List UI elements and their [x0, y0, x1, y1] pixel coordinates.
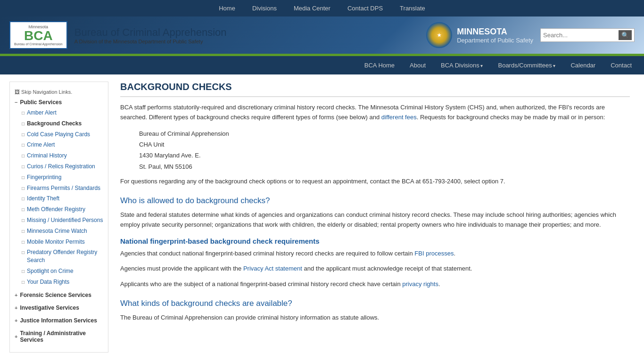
sidebar-section-justice-info: + Justice Information Services	[10, 315, 108, 326]
toggle-forensic[interactable]: +	[15, 292, 17, 298]
search-input[interactable]	[543, 32, 619, 39]
bca-letters: BCA	[24, 29, 53, 42]
section2-para2-before: Agencies must provide the applicant with…	[120, 265, 243, 272]
sidebar-section-investigative: + Investigative Services	[10, 303, 108, 313]
content-area: 🖼 Skip Navigation Links. − Public Servic…	[0, 74, 644, 360]
sidebar-item-meth-offender[interactable]: □ Meth Offender Registry	[19, 204, 108, 215]
different-fees-link[interactable]: different fees	[381, 114, 417, 121]
privacy-rights-link[interactable]: privacy rights	[402, 280, 438, 288]
bullet-icon: □	[22, 217, 25, 224]
fbi-processes-link[interactable]: FBI processes	[414, 250, 454, 257]
main-nav-bca-home[interactable]: BCA Home	[357, 56, 402, 74]
sidebar-section-title-investigative[interactable]: + Investigative Services	[10, 303, 108, 313]
sidebar-item-crime-alert[interactable]: □ Crime Alert	[19, 140, 108, 150]
bullet-icon: □	[22, 279, 25, 286]
section-label-justice: Justice Information Services	[20, 317, 97, 324]
address-line1: Bureau of Criminal Apprehension	[139, 128, 630, 139]
bullet-icon: □	[22, 174, 25, 181]
top-nav-bar: Home Divisions Media Center Contact DPS …	[0, 0, 644, 16]
site-subtitle: A Division of the Minnesota Department o…	[74, 39, 227, 44]
sidebar-item-criminal-history[interactable]: □ Criminal History	[19, 150, 108, 161]
section2-para2: Agencies must provide the applicant with…	[120, 264, 630, 274]
sidebar-item-firearms-permits[interactable]: □ Firearms Permits / Standards	[19, 183, 108, 194]
sidebar-item-curios-relics[interactable]: □ Curios / Relics Registration	[19, 161, 108, 172]
privacy-act-link[interactable]: Privacy Act statement	[243, 265, 302, 272]
main-nav-contact[interactable]: Contact	[603, 56, 639, 74]
bullet-icon: □	[22, 239, 25, 246]
toggle-justice[interactable]: +	[15, 318, 17, 323]
skip-icon: 🖼	[15, 89, 20, 95]
section3-heading: What kinds of background checks are avai…	[120, 299, 630, 308]
sidebar-skip[interactable]: 🖼 Skip Navigation Links.	[10, 87, 108, 97]
toggle-investigative[interactable]: +	[15, 305, 17, 311]
header-right: ★ MINNESOTA Department of Public Safety …	[426, 22, 635, 48]
toggle-training[interactable]: +	[15, 334, 17, 339]
sidebar-item-predatory-offender[interactable]: □ Predatory Offender Registry Search	[19, 247, 108, 266]
main-nav-about[interactable]: About	[402, 56, 433, 74]
section2-heading: National fingerprint-based background ch…	[120, 237, 630, 245]
section1-heading: Who is allowed to do background checks?	[120, 196, 630, 206]
dps-logo: ★ MINNESOTA Department of Public Safety	[426, 22, 533, 48]
sidebar: 🖼 Skip Navigation Links. − Public Servic…	[9, 82, 108, 353]
top-nav-media-center[interactable]: Media Center	[285, 0, 339, 16]
contact-paragraph: For questions regarding any of the backg…	[120, 177, 630, 187]
section-label-training: Training / Administrative Services	[20, 330, 103, 343]
main-nav-boards-committees[interactable]: Boards/Committees	[490, 56, 563, 74]
top-nav-home[interactable]: Home	[210, 0, 244, 16]
bullet-icon: □	[22, 142, 25, 148]
section2-para3: Applicants who are the subject of a nati…	[120, 280, 630, 289]
search-box[interactable]: 🔍	[540, 28, 635, 42]
sidebar-items-public-services: □ Amber Alert □ Background Checks □ Cold…	[10, 107, 108, 288]
toggle-public-services[interactable]: −	[15, 99, 17, 105]
section3-text: The Bureau of Criminal Apprehension can …	[120, 313, 630, 323]
main-nav-boards-committees-dropdown[interactable]: Boards/Committees	[490, 56, 563, 74]
sidebar-section-training: + Training / Administrative Services	[10, 328, 108, 345]
section2-para3-before: Applicants who are the subject of a nati…	[120, 280, 402, 288]
bullet-icon: □	[22, 185, 25, 192]
main-nav-bca-divisions-dropdown[interactable]: BCA Divisions	[433, 56, 490, 74]
site-title: Bureau of Criminal Apprehension	[74, 26, 227, 39]
bullet-icon: □	[22, 121, 25, 127]
search-button[interactable]: 🔍	[619, 30, 632, 40]
sidebar-section-title-public-services[interactable]: − Public Services	[10, 97, 108, 107]
main-nav-bar: BCA Home About BCA Divisions Boards/Comm…	[0, 56, 644, 74]
sidebar-item-mobile-monitor[interactable]: □ Mobile Monitor Permits	[19, 237, 108, 247]
sidebar-item-spotlight-crime[interactable]: □ Spotlight on Crime	[19, 266, 108, 277]
main-content: BACKGROUND CHECKS BCA staff performs sta…	[116, 82, 635, 353]
main-nav-calendar[interactable]: Calendar	[563, 56, 603, 74]
top-nav-divisions[interactable]: Divisions	[244, 0, 285, 16]
section-label-public-services: Public Services	[20, 99, 62, 106]
bca-logo[interactable]: Minnesota BCA Bureau of Criminal Apprehe…	[9, 21, 67, 49]
section-label-forensic: Forensic Science Services	[20, 292, 91, 298]
intro-text-after-link: . Requests for background checks may be …	[417, 114, 605, 121]
top-nav-translate[interactable]: Translate	[391, 0, 434, 16]
sidebar-item-mn-crime-watch[interactable]: □ Minnesota Crime Watch	[19, 226, 108, 237]
address-line2: CHA Unit	[139, 139, 630, 150]
header-title: Bureau of Criminal Apprehension A Divisi…	[74, 26, 227, 44]
top-nav-contact-dps[interactable]: Contact DPS	[339, 0, 391, 16]
dps-name: MINNESOTA	[457, 27, 533, 37]
sidebar-section-public-services: − Public Services □ Amber Alert □ Backgr…	[10, 97, 108, 288]
sidebar-item-background-checks[interactable]: □ Background Checks	[19, 118, 108, 129]
address-block: Bureau of Criminal Apprehension CHA Unit…	[120, 128, 630, 173]
sidebar-section-title-justice[interactable]: + Justice Information Services	[10, 315, 108, 326]
bca-subtitle: Bureau of Criminal Apprehension	[14, 42, 63, 46]
sidebar-item-missing-persons[interactable]: □ Missing / Unidentified Persons	[19, 215, 108, 226]
sidebar-section-title-forensic[interactable]: + Forensic Science Services	[10, 290, 108, 300]
sidebar-item-cold-case[interactable]: □ Cold Case Playing Cards	[19, 129, 108, 140]
bullet-icon: □	[22, 196, 25, 202]
sidebar-item-your-data-rights[interactable]: □ Your Data Rights	[19, 277, 108, 288]
sidebar-item-identity-theft[interactable]: □ Identity Theft	[19, 193, 108, 204]
sidebar-item-fingerprinting[interactable]: □ Fingerprinting	[19, 172, 108, 183]
sidebar-section-title-training[interactable]: + Training / Administrative Services	[10, 328, 108, 345]
section1-text: State and federal statutes determine wha…	[120, 210, 630, 230]
main-nav-bca-divisions[interactable]: BCA Divisions	[433, 56, 490, 74]
section2-para1: Agencies that conduct national fingerpri…	[120, 249, 630, 259]
site-header: Minnesota BCA Bureau of Criminal Apprehe…	[0, 16, 644, 54]
address-line3: 1430 Maryland Ave. E.	[139, 150, 630, 161]
bullet-icon: □	[22, 153, 25, 159]
sidebar-item-amber-alert[interactable]: □ Amber Alert	[19, 107, 108, 118]
section-label-investigative: Investigative Services	[20, 304, 79, 311]
dps-dept: Department of Public Safety	[457, 37, 533, 44]
address-line4: St. Paul, MN 55106	[139, 161, 630, 172]
